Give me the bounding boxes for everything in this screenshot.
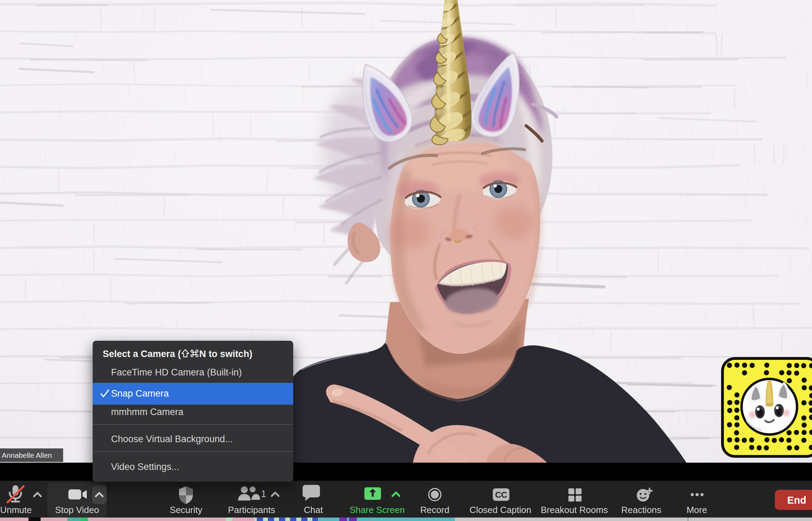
svg-text:End: End bbox=[787, 495, 806, 506]
svg-text:1: 1 bbox=[261, 489, 266, 499]
svg-text:CC: CC bbox=[495, 490, 507, 499]
